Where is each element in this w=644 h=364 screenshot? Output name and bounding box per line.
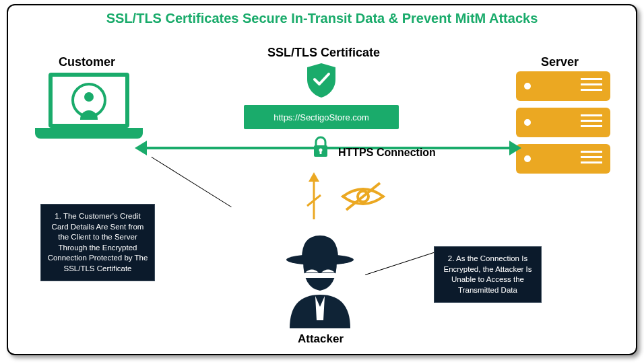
shield-check-icon <box>304 62 338 99</box>
callout-customer-note: 1. The Customer's Credit Card Details Ar… <box>40 204 155 281</box>
svg-rect-9 <box>303 273 337 278</box>
svg-rect-2 <box>320 151 322 154</box>
attacker-label: Attacker <box>298 332 344 346</box>
url-bar: https://SectigoStore.com <box>244 105 399 129</box>
diagram-frame: SSL/TLS Certificates Secure In-Transit D… <box>7 4 637 355</box>
customer-label: Customer <box>59 55 115 69</box>
server-label: Server <box>541 55 579 69</box>
arrow-right-head <box>509 141 521 155</box>
user-avatar-icon <box>71 83 106 118</box>
callout-leader-line <box>365 252 436 275</box>
server-unit <box>516 71 610 101</box>
certificate-label: SSL/TLS Certificate <box>267 46 380 60</box>
server-unit <box>516 108 610 137</box>
svg-line-7 <box>346 183 380 210</box>
server-stack-icon <box>516 71 610 180</box>
svg-marker-4 <box>309 172 319 182</box>
callout-attacker-note: 2. As the Connection Is Encrypted, the A… <box>434 246 542 303</box>
connection-label: HTTPS Connection <box>338 147 436 159</box>
no-visibility-icon <box>340 179 387 217</box>
padlock-icon <box>311 136 330 161</box>
laptop-icon <box>35 73 143 150</box>
attacker-icon <box>276 227 364 331</box>
server-unit <box>516 144 610 174</box>
blocked-arrow-icon <box>304 172 323 223</box>
diagram-title: SSL/TLS Certificates Secure In-Transit D… <box>8 11 636 26</box>
callout-leader-line <box>151 157 231 207</box>
